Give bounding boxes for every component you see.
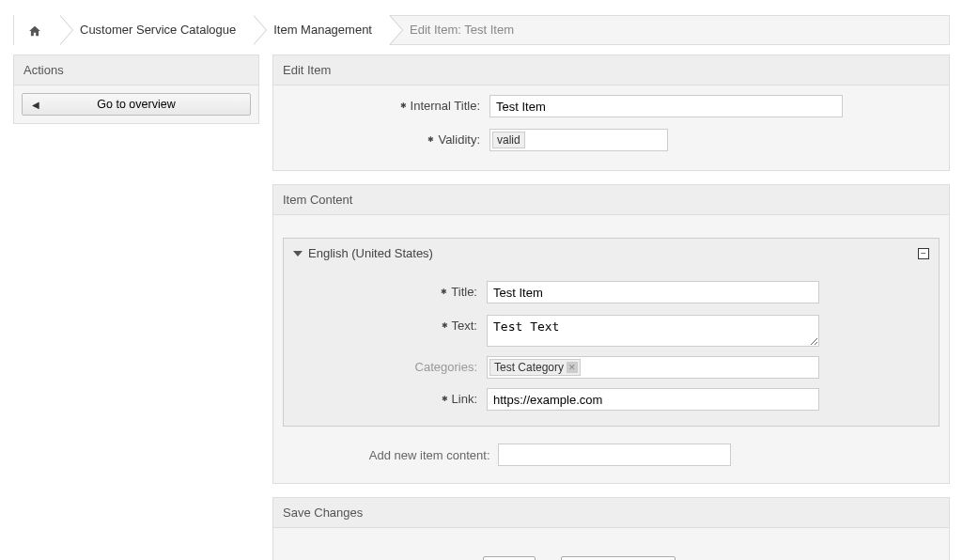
link-label: Link: bbox=[293, 388, 487, 412]
go-to-overview-label: Go to overview bbox=[97, 98, 175, 111]
remove-tag-icon[interactable]: ✕ bbox=[567, 362, 578, 373]
breadcrumb-item-1[interactable]: Item Management bbox=[253, 15, 389, 45]
add-content-input[interactable] bbox=[498, 443, 731, 466]
chevron-down-icon[interactable] bbox=[293, 251, 303, 257]
edit-item-title: Edit Item bbox=[273, 55, 949, 86]
breadcrumb-current: Edit Item: Test Item bbox=[389, 15, 531, 45]
home-icon bbox=[27, 23, 42, 37]
validity-label: Validity: bbox=[283, 129, 489, 153]
content-text-input[interactable] bbox=[487, 315, 819, 347]
content-title-label: Title: bbox=[293, 281, 487, 305]
breadcrumb-home[interactable] bbox=[14, 15, 59, 45]
link-input[interactable] bbox=[487, 388, 819, 411]
validity-value: valid bbox=[492, 132, 525, 148]
categories-label: Categories: bbox=[293, 356, 487, 379]
arrow-left-icon: ◀ bbox=[32, 100, 39, 110]
item-content-title: Item Content bbox=[273, 185, 949, 215]
actions-panel: Actions ◀ Go to overview bbox=[13, 54, 259, 124]
add-content-label: Add new item content: bbox=[297, 448, 490, 462]
category-tag-label: Test Category bbox=[494, 360, 564, 375]
internal-title-label: Internal Title: bbox=[283, 95, 489, 119]
item-content-panel: Item Content English (United States) − T… bbox=[272, 184, 950, 484]
actions-title: Actions bbox=[14, 55, 258, 86]
save-title: Save Changes bbox=[273, 498, 949, 528]
internal-title-input[interactable] bbox=[489, 95, 843, 117]
save-finish-button[interactable]: Save and finish bbox=[561, 556, 675, 560]
content-title-input[interactable] bbox=[487, 281, 819, 303]
categories-input[interactable]: Test Category ✕ bbox=[487, 356, 819, 379]
collapse-icon[interactable]: − bbox=[918, 248, 929, 259]
breadcrumb-item-0[interactable]: Customer Service Catalogue bbox=[59, 15, 253, 45]
validity-select[interactable]: valid bbox=[489, 129, 668, 151]
category-tag: Test Category ✕ bbox=[489, 359, 581, 376]
language-panel: English (United States) − Title: Text: bbox=[283, 238, 940, 427]
content-text-label: Text: bbox=[293, 315, 487, 339]
language-label: English (United States) bbox=[308, 246, 433, 260]
save-panel: Save Changes Save or Save and finish or … bbox=[272, 497, 950, 560]
edit-item-panel: Edit Item Internal Title: Validity: vali… bbox=[272, 54, 950, 171]
save-button[interactable]: Save bbox=[483, 556, 536, 560]
go-to-overview-button[interactable]: ◀ Go to overview bbox=[22, 93, 251, 116]
breadcrumb: Customer Service Catalogue Item Manageme… bbox=[13, 15, 950, 45]
